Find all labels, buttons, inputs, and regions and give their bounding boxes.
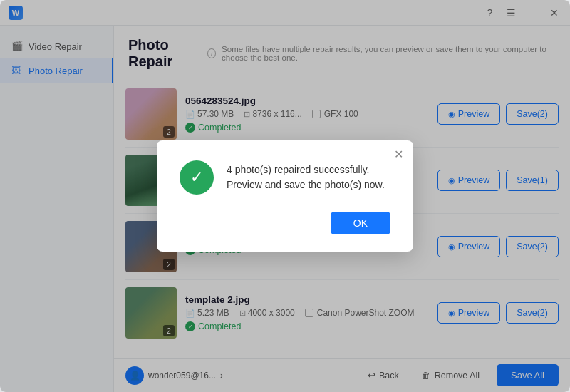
checkmark-icon: ✓: [190, 168, 203, 187]
modal-overlay: ✕ ✓ 4 photo(s) repaired successfully. Pr…: [0, 0, 570, 392]
app-window: W ? ☰ – ✕ 🎬 Video Repair 🖼 Photo Repair: [0, 0, 570, 392]
modal-body: ✓ 4 photo(s) repaired successfully. Prev…: [180, 160, 390, 195]
modal-message: 4 photo(s) repaired successfully. Previe…: [227, 163, 390, 192]
modal-close-button[interactable]: ✕: [394, 148, 403, 161]
ok-button[interactable]: OK: [331, 212, 390, 234]
success-modal: ✕ ✓ 4 photo(s) repaired successfully. Pr…: [157, 140, 413, 252]
modal-footer: OK: [180, 212, 390, 234]
success-icon: ✓: [180, 160, 214, 195]
